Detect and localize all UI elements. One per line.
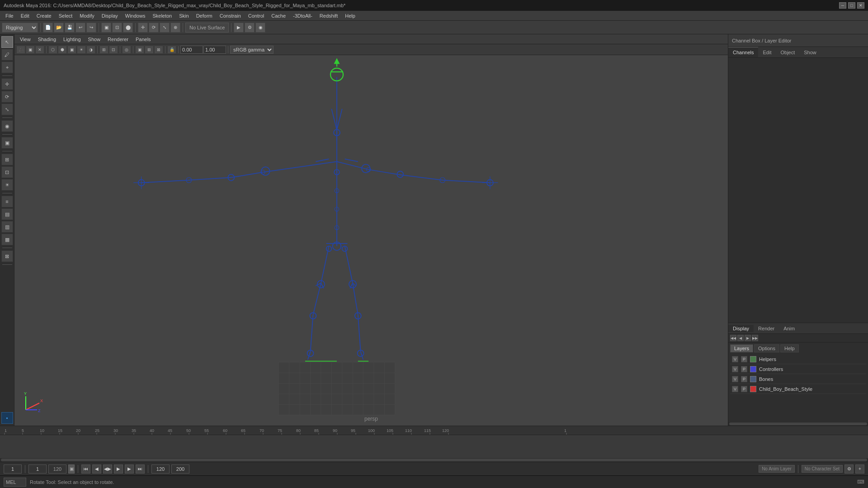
panel-shading[interactable]: Shading (34, 36, 60, 43)
scale-btn[interactable]: ⤡ (160, 23, 170, 33)
menu-modify[interactable]: Modify (76, 12, 98, 19)
rotate-tool-btn[interactable]: ⟳ (1, 91, 13, 103)
universal-btn[interactable]: ⊕ (170, 23, 180, 33)
outliner-btn[interactable]: ▦ (1, 234, 13, 245)
range-toggle[interactable]: ▣ (68, 465, 75, 474)
tab-edit[interactable]: Edit (758, 47, 776, 57)
tool-settings-btn[interactable]: ≡ (1, 196, 13, 207)
scroll-prev-btn[interactable]: ◀ (737, 335, 744, 341)
hypergraph-btn[interactable]: ⊠ (1, 250, 13, 262)
anim-layer-button[interactable]: No Anim Layer (759, 465, 795, 473)
channel-box-btn[interactable]: ▤ (1, 208, 13, 220)
undo-btn[interactable]: ↩ (75, 23, 85, 33)
layers-tab[interactable]: Layers (730, 344, 753, 352)
menu-skeleton[interactable]: Skeleton (149, 12, 175, 19)
tab-channels[interactable]: Channels (728, 47, 758, 57)
current-frame-input[interactable] (4, 465, 22, 474)
layer-bones[interactable]: V P Bones (730, 374, 866, 384)
paint-select-btn[interactable]: 🖊 (1, 49, 13, 61)
vp-shadow-btn[interactable]: ◑ (86, 46, 95, 54)
select-btn[interactable]: ▣ (101, 23, 111, 33)
panel-lighting[interactable]: Lighting (60, 36, 85, 43)
layer-helpers[interactable]: V P Helpers (730, 354, 866, 364)
char-set-button[interactable]: No Character Set (802, 465, 843, 473)
layer-p-controllers[interactable]: P (741, 366, 747, 372)
show-grid-btn[interactable]: ⊞ (1, 154, 13, 165)
attribute-editor-btn[interactable]: ▥ (1, 221, 13, 233)
pb-go-start-btn[interactable]: ⏮ (81, 465, 90, 474)
vp-light-btn[interactable]: ☀ (77, 46, 86, 54)
vp-lock-btn[interactable]: 🔒 (167, 46, 176, 54)
scroll-next-btn[interactable]: ▶ (745, 335, 751, 341)
save-file-btn[interactable]: 💾 (65, 23, 75, 33)
vp-hud-btn[interactable]: ⊡ (109, 46, 118, 54)
pb-end-range-input[interactable] (151, 465, 170, 474)
menu-select[interactable]: Select (55, 12, 76, 19)
right-panel-hscroll[interactable] (728, 422, 868, 426)
tab-render[interactable]: Render (754, 325, 779, 332)
vp-select-btn[interactable]: ▣ (26, 46, 35, 54)
scale-tool-btn[interactable]: ⤡ (1, 103, 13, 115)
vp-2panels-btn[interactable]: ⊞ (145, 46, 154, 54)
show-lights-btn[interactable]: ☀ (1, 179, 13, 191)
timeline-scroll-track[interactable] (1, 459, 867, 461)
pb-char-set-settings-btn[interactable]: ⚙ (844, 465, 854, 474)
pb-play-back-btn[interactable]: ◀▶ (103, 465, 112, 474)
menu-file[interactable]: File (2, 12, 17, 19)
tab-object[interactable]: Object (776, 47, 799, 57)
layer-v-bones[interactable]: V (732, 376, 738, 382)
new-file-btn[interactable]: 📄 (43, 23, 53, 33)
menu-skin[interactable]: Skin (175, 12, 192, 19)
paint-btn[interactable]: ⬤ (123, 23, 133, 33)
mode-dropdown[interactable]: Rigging Animation Modeling (2, 23, 38, 33)
help-tab[interactable]: Help (780, 344, 799, 352)
layer-p-childboy[interactable]: P (741, 386, 747, 392)
start-frame-input[interactable] (28, 465, 47, 474)
show-camera-btn[interactable]: ⊡ (1, 166, 13, 178)
tab-display[interactable]: Display (728, 325, 754, 332)
vp-gamma-dropdown[interactable]: sRGB gamma (230, 46, 274, 54)
minimize-button[interactable]: ─ (839, 2, 846, 9)
ipr-btn[interactable]: ◉ (255, 23, 265, 33)
pb-go-end-btn[interactable]: ⏭ (136, 465, 145, 474)
layer-v-helpers[interactable]: V (732, 356, 738, 362)
pb-extra-btn[interactable]: + (855, 465, 864, 474)
scroll-first-btn[interactable]: ◀◀ (730, 335, 736, 341)
panel-panels[interactable]: Panels (132, 36, 155, 43)
menu-control[interactable]: Control (245, 12, 268, 19)
vp-4panels-btn[interactable]: ⊠ (154, 46, 163, 54)
move-btn[interactable]: ✛ (138, 23, 148, 33)
menu-display[interactable]: Display (98, 12, 122, 19)
vp-texture-btn[interactable]: ▣ (67, 46, 76, 54)
render-region-btn[interactable]: ▣ (1, 137, 13, 149)
options-tab[interactable]: Options (754, 344, 779, 352)
panel-view[interactable]: View (16, 36, 34, 43)
soft-mod-btn[interactable]: ◉ (1, 120, 13, 132)
tab-show[interactable]: Show (799, 47, 821, 57)
pb-prev-frame-btn[interactable]: ◀ (92, 465, 101, 474)
close-button[interactable]: ✕ (857, 2, 864, 9)
rotate-btn[interactable]: ⟳ (149, 23, 159, 33)
panel-renderer[interactable]: Renderer (104, 36, 132, 43)
maximize-button[interactable]: □ (848, 2, 855, 9)
menu-deform[interactable]: Deform (193, 12, 216, 19)
vp-grid-btn[interactable]: ⊞ (99, 46, 108, 54)
scroll-last-btn[interactable]: ▶▶ (752, 335, 758, 341)
menu-3dtoall[interactable]: -3DtoAll- (289, 12, 316, 19)
script-editor-icon[interactable]: ⌨ (857, 479, 864, 484)
layer-p-helpers[interactable]: P (741, 356, 747, 362)
quick-select-btn[interactable]: • (1, 412, 13, 424)
pb-next-frame-btn[interactable]: ▶ (125, 465, 134, 474)
menu-cache[interactable]: Cache (268, 12, 289, 19)
lasso-btn[interactable]: ⊡ (112, 23, 122, 33)
lasso-select-btn[interactable]: ⌖ (1, 61, 13, 73)
viewport[interactable]: View Shading Lighting Show Renderer Pane… (14, 34, 728, 426)
render-btn[interactable]: ▶ (234, 23, 244, 33)
layer-controllers[interactable]: V P Controllers (730, 364, 866, 374)
vp-value2-input[interactable] (203, 46, 226, 54)
menu-edit[interactable]: Edit (17, 12, 33, 19)
menu-constrain[interactable]: Constrain (216, 12, 245, 19)
pb-play-fwd-btn[interactable]: ▶ (114, 465, 123, 474)
right-panel-hscroll-track[interactable] (729, 422, 867, 425)
vp-camera-btn[interactable]: 🎥 (16, 46, 25, 54)
